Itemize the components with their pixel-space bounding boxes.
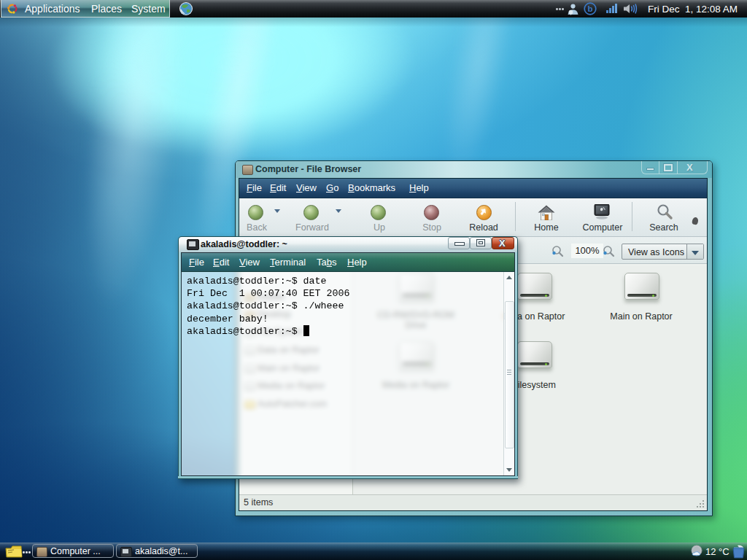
svg-text:b: b bbox=[588, 4, 593, 13]
